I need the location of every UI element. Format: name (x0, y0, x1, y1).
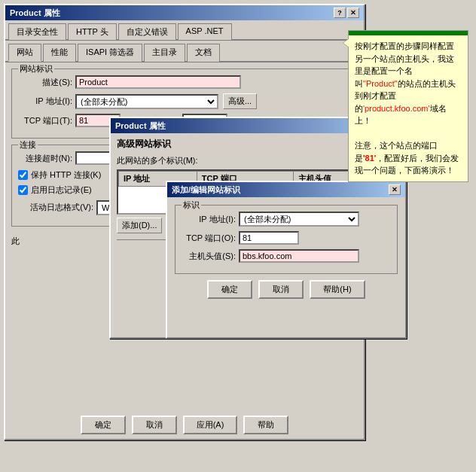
adv-multiple-ids-label: 此网站的多个标识(M): (117, 155, 388, 166)
connection-label: 连接 (18, 139, 38, 151)
advanced-btn[interactable]: 高级... (223, 93, 257, 109)
addedit-host-row: 主机头值(S): (182, 249, 391, 263)
timeout-label: 连接超时(N): (18, 153, 72, 164)
addedit-ip-select[interactable]: (全部未分配) (239, 212, 359, 227)
tooltip-port-text: '81' (363, 154, 376, 163)
main-cancel-btn[interactable]: 取消 (132, 416, 177, 434)
tooltip-product-text: "Product" (363, 79, 398, 88)
tab-performance[interactable]: 性能 (43, 44, 76, 62)
addedit-host-input[interactable] (239, 249, 359, 263)
logformat-label: 活动日志格式(V): (18, 202, 93, 213)
addedit-id-label: 标识 (182, 199, 201, 211)
addedit-tcp-label: TCP 端口(O): (182, 233, 236, 244)
website-id-label: 网站标识 (18, 63, 54, 75)
logging-label: 启用日志记录(E) (31, 184, 92, 196)
addedit-ok-btn[interactable]: 确定 (207, 280, 252, 299)
tab-custom-error[interactable]: 自定义错误 (118, 23, 176, 40)
ip-row: IP 地址(I): (全部未分配) 高级... (18, 93, 351, 109)
addedit-ip-label: IP 地址(I): (182, 214, 236, 225)
tab-bar: 目录安全性 HTTP 头 自定义错误 ASP .NET (5, 20, 364, 41)
tab-website[interactable]: 网站 (8, 44, 41, 62)
tooltip-text: 按刚才配置的步骤同样配置另一个站点的主机头，我这里是配置一个名叫"Product… (355, 41, 459, 175)
tab-doc[interactable]: 文档 (187, 44, 220, 62)
ip-select[interactable]: (全部未分配) (75, 94, 218, 109)
main-window-title: Product 属性 (10, 8, 332, 19)
addedit-tcp-input[interactable] (239, 231, 299, 245)
main-help-btn[interactable]: 帮助 (243, 416, 288, 434)
tooltip-balloon: 按刚才配置的步骤同样配置另一个站点的主机头，我这里是配置一个名叫"Product… (348, 30, 468, 182)
addedit-title: 添加/编辑网站标识 (172, 184, 387, 196)
adv-subtitle: 高级网站标识 (117, 138, 388, 151)
addedit-tcp-row: TCP 端口(O): (182, 231, 391, 245)
tab-bar-2: 网站 性能 ISAPI 筛选器 主目录 文档 (5, 41, 364, 62)
keephttp-checkbox[interactable] (18, 170, 28, 180)
main-apply-btn[interactable]: 应用(A) (183, 416, 238, 434)
main-window-title-bar: Product 属性 ? ✕ (5, 5, 364, 20)
tab-asp-net[interactable]: ASP .NET (178, 23, 232, 40)
tab-directory-security[interactable]: 目录安全性 (8, 23, 66, 40)
adv-window-title: Product 属性 (115, 120, 362, 132)
main-ok-btn[interactable]: 确定 (81, 416, 126, 434)
addedit-btns: 确定 取消 帮助(H) (175, 280, 398, 299)
adv-add-btn[interactable]: 添加(D)... (117, 218, 162, 233)
addedit-cancel-btn[interactable]: 取消 (258, 280, 304, 299)
logging-checkbox[interactable] (18, 185, 28, 195)
tooltip-domain-text: 'product.kfoo.com' (363, 104, 430, 113)
keephttp-label: 保持 HTTP 连接(K) (31, 169, 101, 181)
close-title-btn[interactable]: ✕ (347, 8, 359, 18)
addedit-window: 添加/编辑网站标识 ✕ 标识 IP 地址(I): (全部未分配) TCP 端口(… (166, 181, 407, 339)
tab-isapi[interactable]: ISAPI 筛选器 (78, 44, 142, 62)
description-label: 描述(S): (18, 77, 72, 88)
ip-label: IP 地址(I): (18, 96, 72, 107)
addedit-help-btn[interactable]: 帮助(H) (310, 280, 365, 299)
addedit-close-btn[interactable]: ✕ (389, 184, 401, 195)
description-row: 描述(S): (18, 75, 351, 89)
addedit-id-group: 标识 IP 地址(I): (全部未分配) TCP 端口(O): 主机头值(S): (175, 205, 398, 274)
addedit-content: 标识 IP 地址(I): (全部未分配) TCP 端口(O): 主机头值(S):… (167, 197, 405, 306)
addedit-ip-row: IP 地址(I): (全部未分配) (182, 212, 391, 227)
addedit-host-label: 主机头值(S): (182, 251, 236, 262)
help-title-btn[interactable]: ? (334, 8, 346, 18)
main-bottom-bar: 确定 取消 应用(A) 帮助 (5, 416, 364, 434)
tcp-label: TCP 端口(T): (18, 115, 72, 126)
tab-http-header[interactable]: HTTP 头 (68, 23, 117, 40)
addedit-title-bar: 添加/编辑网站标识 ✕ (167, 182, 405, 197)
tooltip-green-bar (349, 31, 468, 35)
tab-home-dir[interactable]: 主目录 (144, 44, 185, 62)
description-input[interactable] (75, 75, 241, 89)
